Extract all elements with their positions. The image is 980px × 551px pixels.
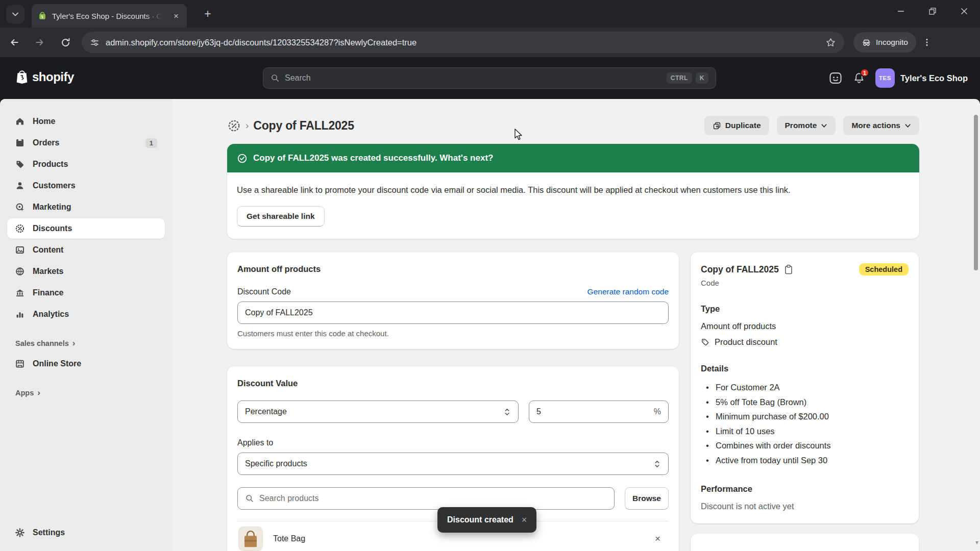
- sidebar-item-orders[interactable]: Orders 1: [7, 133, 165, 153]
- home-icon: [15, 116, 25, 127]
- select-stepper-icon: [503, 408, 511, 416]
- sidebar-item-markets[interactable]: Markets: [7, 261, 165, 282]
- browser-tab[interactable]: Tyler's Eco Shop - Discounts · C ×: [32, 4, 187, 28]
- value-type-select[interactable]: Percentage: [237, 400, 519, 423]
- window-close-icon[interactable]: [948, 0, 980, 22]
- product-search-field[interactable]: [237, 487, 615, 510]
- store-name: Tyler's Eco Shop: [900, 73, 968, 83]
- promote-button[interactable]: Promote: [777, 116, 836, 135]
- sidebar-item-products[interactable]: Products: [7, 154, 165, 174]
- remove-product-icon[interactable]: ×: [655, 533, 660, 544]
- search-icon: [271, 73, 280, 83]
- applies-to-select[interactable]: Specific products: [237, 453, 669, 475]
- more-actions-button[interactable]: More actions: [843, 116, 919, 135]
- browse-button[interactable]: Browse: [625, 487, 669, 510]
- finance-icon: [15, 288, 25, 298]
- sidebar-item-label: Discounts: [33, 224, 72, 233]
- tab-search-chevron-icon[interactable]: [6, 5, 24, 23]
- chevron-right-icon: ›: [72, 339, 76, 347]
- discount-icon: [15, 223, 25, 234]
- sidebar-item-label: Markets: [33, 267, 63, 276]
- tag-icon: [701, 338, 709, 346]
- global-search[interactable]: CTRL K: [263, 67, 716, 89]
- discount-summary-card: Copy of FALL2025 Scheduled Code Type Amo…: [691, 252, 919, 523]
- shortcut-ctrl-key: CTRL: [667, 72, 692, 84]
- new-tab-icon[interactable]: +: [200, 6, 215, 21]
- chevron-down-icon: [904, 122, 911, 129]
- toast-close-icon[interactable]: ×: [522, 515, 527, 525]
- window-controls: [885, 0, 980, 22]
- sidebar-item-settings[interactable]: Settings: [7, 522, 165, 543]
- sidebar-item-label: Online Store: [33, 359, 81, 368]
- detail-item: Minimum purchase of $200.00: [701, 409, 909, 424]
- sidebar-item-finance[interactable]: Finance: [7, 283, 165, 303]
- toast: Discount created ×: [437, 507, 536, 533]
- sidebar-item-analytics[interactable]: Analytics: [7, 304, 165, 324]
- window-restore-icon[interactable]: [917, 0, 948, 22]
- search-input[interactable]: [285, 73, 667, 83]
- tag-icon: [15, 159, 25, 169]
- amount-card-title: Amount off products: [237, 264, 669, 274]
- content-icon: [15, 245, 25, 255]
- reload-icon[interactable]: [54, 31, 77, 54]
- banner-text: Use a shareable link to promote your dis…: [237, 185, 910, 195]
- browser-menu-icon[interactable]: [922, 38, 932, 47]
- detail-item: Combines with order discounts: [701, 438, 909, 453]
- generate-random-code-link[interactable]: Generate random code: [587, 287, 669, 296]
- notifications-button[interactable]: 1: [853, 72, 865, 84]
- value-amount-field[interactable]: %: [529, 400, 669, 423]
- url-bar[interactable]: admin.shopify.com/store/jy63jq-dc/discou…: [82, 32, 844, 53]
- summary-title: Copy of FALL2025: [701, 264, 779, 275]
- scrollbar-thumb[interactable]: [974, 115, 978, 270]
- method-row: Product discount: [701, 337, 909, 347]
- clipboard-copy-icon[interactable]: [784, 264, 793, 274]
- sidebar-item-home[interactable]: Home: [7, 111, 165, 132]
- shopify-topbar: shopify CTRL K 1 TES Tyler's Eco Shop: [0, 57, 980, 99]
- sidebar: Home Orders 1 Products Customers Marketi…: [0, 99, 172, 551]
- sales-channels-header[interactable]: Sales channels ›: [15, 339, 157, 347]
- chevron-down-icon: [821, 122, 827, 129]
- more-actions-label: More actions: [851, 121, 900, 130]
- discount-code-field[interactable]: [237, 302, 669, 324]
- orders-icon: [15, 138, 25, 148]
- gear-icon: [15, 528, 25, 538]
- sidebar-item-label: Analytics: [33, 310, 69, 319]
- duplicate-icon: [713, 121, 721, 130]
- success-banner: Copy of FALL2025 was created successfull…: [227, 144, 919, 239]
- sidebar-item-discounts[interactable]: Discounts: [7, 218, 165, 239]
- details-heading: Details: [701, 364, 909, 373]
- detail-item: For Customer 2A: [701, 380, 909, 395]
- apps-header[interactable]: Apps ›: [15, 388, 157, 397]
- sidebar-item-label: Customers: [33, 181, 76, 190]
- discount-seal-icon: [227, 119, 241, 133]
- shopify-favicon-icon: [38, 11, 47, 20]
- duplicate-button[interactable]: Duplicate: [704, 116, 769, 135]
- tab-close-icon[interactable]: ×: [172, 11, 181, 21]
- sidebar-item-content[interactable]: Content: [7, 240, 165, 260]
- shopify-bag-icon: [15, 69, 29, 85]
- url-text[interactable]: admin.shopify.com/store/jy63jq-dc/discou…: [106, 38, 416, 47]
- sidebar-item-online-store[interactable]: Online Store: [7, 354, 165, 374]
- discount-code-label: Discount Code: [237, 287, 291, 296]
- forward-icon[interactable]: [29, 31, 51, 54]
- sidebar-item-marketing[interactable]: Marketing: [7, 197, 165, 217]
- page-scrollbar[interactable]: ▾: [972, 99, 980, 551]
- shopify-wordmark: shopify: [32, 70, 74, 84]
- sidekick-icon[interactable]: [828, 71, 843, 85]
- get-shareable-link-button[interactable]: Get shareable link: [237, 206, 325, 227]
- discount-code-input[interactable]: [245, 308, 661, 317]
- value-amount-input[interactable]: [536, 407, 654, 416]
- sidebar-item-label: Finance: [33, 288, 63, 297]
- back-icon[interactable]: [3, 31, 26, 54]
- value-card-title: Discount Value: [237, 379, 669, 388]
- customers-icon: [15, 181, 25, 191]
- window-minimize-icon[interactable]: [885, 0, 917, 22]
- sidebar-item-customers[interactable]: Customers: [7, 176, 165, 196]
- browser-tabstrip: Tyler's Eco Shop - Discounts · C × +: [0, 0, 980, 28]
- product-search-input[interactable]: [259, 494, 607, 503]
- site-info-icon[interactable]: [90, 38, 100, 47]
- store-menu[interactable]: TES Tyler's Eco Shop: [875, 68, 968, 88]
- shopify-logo[interactable]: shopify: [15, 69, 74, 85]
- scrollbar-down-arrow-icon[interactable]: ▾: [975, 539, 978, 546]
- bookmark-star-icon[interactable]: [825, 37, 836, 48]
